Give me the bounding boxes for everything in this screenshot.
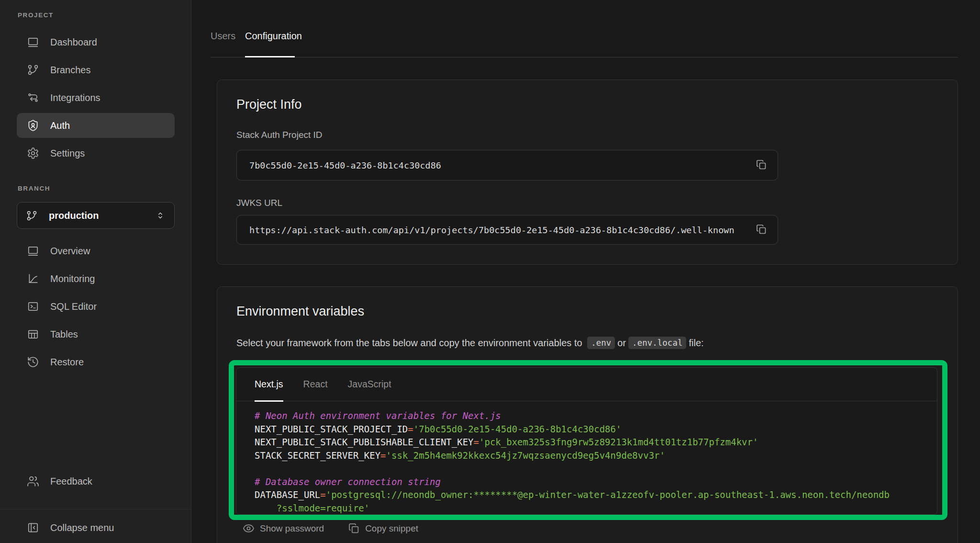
- env-file-pill: .env: [587, 337, 615, 349]
- sidebar-item-label: Settings: [50, 148, 85, 159]
- branch-section-label: BRANCH: [18, 185, 50, 192]
- sidebar-item-label: Branches: [50, 65, 91, 76]
- tab-javascript[interactable]: JavaScript: [348, 368, 391, 402]
- tab-react[interactable]: React: [303, 368, 328, 402]
- sidebar-item-label: Dashboard: [50, 37, 97, 48]
- copy-icon: [348, 522, 360, 534]
- code-equals: =: [320, 489, 325, 500]
- sidebar-item-sql-editor[interactable]: SQL Editor: [17, 294, 175, 319]
- description-text: or: [617, 338, 626, 349]
- code-value: '7b0c55d0-2e15-45d0-a236-8b1c4c30cd86': [413, 424, 622, 434]
- copy-jwks-url-button[interactable]: [756, 224, 768, 236]
- sidebar-item-restore[interactable]: Restore: [17, 350, 175, 374]
- sidebar-item-monitoring[interactable]: Monitoring: [17, 266, 175, 291]
- code-value: 'ssk_2m5h4emk92kkexc54jz7wqzsaenycd9eg5v…: [386, 450, 665, 461]
- overview-icon: [27, 245, 39, 257]
- tab-users[interactable]: Users: [211, 31, 235, 42]
- chart-curve-icon: [27, 272, 39, 285]
- project-info-card: Project Info Stack Auth Project ID 7b0c5…: [217, 79, 958, 265]
- dashboard-icon: [27, 36, 39, 48]
- env-vars-card: Environment variables Select your framew…: [217, 286, 958, 543]
- integrations-icon: [27, 91, 39, 104]
- code-key: NEXT_PUBLIC_STACK_PUBLISHABLE_CLIENT_KEY: [255, 437, 474, 447]
- feedback-users-icon: [27, 475, 39, 487]
- code-comment: # Neon Auth environment variables for Ne…: [255, 410, 501, 421]
- sidebar-item-integrations[interactable]: Integrations: [17, 85, 175, 110]
- copy-snippet-button[interactable]: Copy snippet: [348, 522, 418, 534]
- git-branch-icon: [26, 210, 38, 222]
- project-id-field[interactable]: 7b0c55d0-2e15-45d0-a236-8b1c4c30cd86: [236, 150, 778, 181]
- shield-user-icon: [27, 119, 39, 132]
- copy-snippet-label: Copy snippet: [365, 523, 418, 534]
- table-icon: [27, 328, 39, 340]
- sidebar-item-overview[interactable]: Overview: [17, 238, 175, 263]
- sidebar-item-label: Overview: [50, 246, 90, 257]
- chevron-up-down-icon: [155, 210, 166, 221]
- code-equals: =: [474, 437, 479, 447]
- code-comment: # Database owner connection string: [255, 476, 441, 487]
- git-branch-icon: [27, 64, 39, 76]
- gear-icon: [27, 147, 39, 159]
- code-value: ?sslmode=require': [255, 503, 369, 513]
- sidebar-item-label: Integrations: [50, 92, 100, 103]
- env-vars-description: Select your framework from the tabs belo…: [236, 337, 704, 349]
- copy-icon: [756, 224, 767, 235]
- env-local-file-pill: .env.local: [628, 337, 686, 349]
- code-value: 'postgresql://neondb_owner:********@ep-w…: [326, 489, 890, 500]
- eye-icon: [243, 522, 255, 534]
- description-text: file:: [689, 338, 703, 349]
- sidebar: PROJECT Dashboard Branches Integrations: [0, 0, 191, 543]
- project-section-label: PROJECT: [18, 11, 54, 19]
- sidebar-item-label: Collapse menu: [50, 522, 114, 533]
- code-key: DATABASE_URL: [255, 489, 320, 500]
- sidebar-item-label: Auth: [50, 120, 70, 131]
- project-info-title: Project Info: [236, 97, 302, 112]
- sidebar-item-label: Restore: [50, 357, 84, 368]
- sidebar-item-branches[interactable]: Branches: [17, 57, 175, 82]
- env-code-block[interactable]: # Neon Auth environment variables for Ne…: [236, 401, 937, 515]
- show-password-label: Show password: [260, 523, 324, 534]
- sidebar-item-dashboard[interactable]: Dashboard: [17, 30, 175, 55]
- copy-icon: [756, 159, 767, 170]
- sidebar-item-feedback[interactable]: Feedback: [17, 469, 175, 494]
- app-root: PROJECT Dashboard Branches Integrations: [0, 0, 980, 543]
- description-text: Select your framework from the tabs belo…: [236, 338, 585, 349]
- tab-configuration[interactable]: Configuration: [245, 31, 302, 42]
- sidebar-item-tables[interactable]: Tables: [17, 322, 175, 347]
- jwks-url-value: https://api.stack-auth.com/api/v1/projec…: [249, 225, 753, 235]
- tab-nextjs[interactable]: Next.js: [255, 368, 283, 402]
- panel-collapse-icon: [27, 521, 39, 534]
- branch-selector[interactable]: production: [17, 202, 175, 229]
- sidebar-item-label: Monitoring: [50, 273, 95, 284]
- framework-code-panel: Next.js React JavaScript # Neon Auth env…: [236, 367, 937, 515]
- env-vars-title: Environment variables: [236, 304, 364, 319]
- sidebar-item-label: SQL Editor: [50, 301, 97, 312]
- project-id-label: Stack Auth Project ID: [236, 130, 323, 140]
- show-password-button[interactable]: Show password: [243, 522, 324, 534]
- jwks-url-field[interactable]: https://api.stack-auth.com/api/v1/projec…: [236, 215, 778, 245]
- sidebar-item-label: Tables: [50, 329, 78, 340]
- copy-project-id-button[interactable]: [756, 159, 768, 171]
- branch-selector-value: production: [49, 210, 144, 221]
- jwks-url-label: JWKS URL: [236, 198, 282, 208]
- sidebar-item-settings[interactable]: Settings: [17, 141, 175, 166]
- history-icon: [27, 356, 39, 368]
- sidebar-item-label: Feedback: [50, 476, 92, 487]
- code-key: STACK_SECRET_SERVER_KEY: [255, 450, 380, 461]
- sidebar-item-collapse-menu[interactable]: Collapse menu: [17, 515, 175, 540]
- active-tab-underline: [245, 56, 295, 57]
- code-equals: =: [380, 450, 386, 461]
- framework-tabs: Next.js React JavaScript: [236, 368, 937, 401]
- code-actions: Show password Copy snippet: [243, 522, 418, 534]
- code-key: NEXT_PUBLIC_STACK_PROJECT_ID: [255, 424, 408, 434]
- tabs-divider: [211, 57, 958, 57]
- code-value: 'pck_bxem325s3fng9rw5z89213k1md4tt01tz1b…: [479, 437, 758, 447]
- sidebar-item-auth[interactable]: Auth: [17, 113, 175, 138]
- sidebar-divider: [0, 509, 191, 509]
- terminal-icon: [27, 300, 39, 313]
- project-id-value: 7b0c55d0-2e15-45d0-a236-8b1c4c30cd86: [249, 160, 753, 170]
- code-equals: =: [408, 424, 413, 434]
